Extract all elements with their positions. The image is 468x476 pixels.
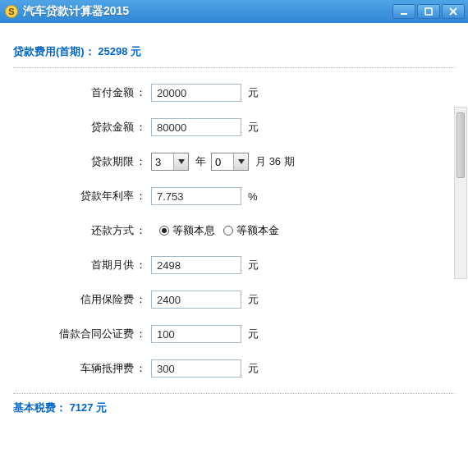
unit-down-payment: 元	[248, 85, 259, 100]
svg-rect-1	[425, 8, 432, 15]
close-button[interactable]	[442, 4, 465, 19]
tax-summary: 基本税费： 7127 元	[13, 400, 457, 415]
input-credit-ins[interactable]	[151, 291, 241, 309]
select-months[interactable]	[211, 153, 249, 171]
tax-unit: 元	[96, 401, 107, 414]
label-first-monthly: 首期月供：	[11, 258, 151, 272]
row-credit-ins: 信用保险费： 元	[11, 290, 457, 309]
row-loan-amount: 贷款金额： 元	[11, 117, 457, 137]
tax-label: 基本税费：	[13, 401, 67, 414]
label-credit-ins: 信用保险费：	[11, 292, 151, 307]
label-repay-method: 还款方式：	[11, 223, 151, 238]
label-mortgage-fee: 车辆抵押费：	[11, 361, 151, 376]
label-notary-fee: 借款合同公证费：	[11, 327, 151, 341]
row-loan-term: 贷款期限： 年 月 36 期	[11, 152, 457, 172]
input-years[interactable]	[152, 156, 173, 168]
input-annual-rate[interactable]	[151, 187, 241, 205]
unit-notary-fee: 元	[248, 327, 259, 341]
content-area: 贷款费用(首期)： 25298 元 首付金额： 元 贷款金额： 元 贷款期限： …	[0, 23, 468, 415]
unit-years: 年	[195, 154, 206, 169]
input-down-payment[interactable]	[151, 84, 241, 102]
row-mortgage-fee: 车辆抵押费： 元	[11, 359, 457, 378]
divider	[13, 393, 455, 394]
unit-first-monthly: 元	[248, 258, 259, 272]
loan-fee-value: 25298	[98, 45, 127, 57]
unit-credit-ins: 元	[248, 292, 259, 307]
row-down-payment: 首付金额： 元	[11, 83, 457, 103]
minimize-button[interactable]	[392, 4, 415, 19]
radio-equal-installment[interactable]	[159, 226, 169, 236]
window-title: 汽车贷款计算器2015	[23, 4, 129, 19]
vertical-scrollbar[interactable]	[454, 107, 467, 279]
row-first-monthly: 首期月供： 元	[11, 255, 457, 275]
unit-annual-rate: %	[248, 190, 258, 203]
label-loan-amount: 贷款金额：	[11, 120, 151, 135]
scrollbar-thumb[interactable]	[457, 112, 465, 178]
unit-months: 月 36 期	[255, 154, 295, 169]
label-down-payment: 首付金额：	[11, 85, 151, 100]
svg-marker-5	[238, 159, 245, 164]
input-mortgage-fee[interactable]	[151, 359, 241, 378]
loan-fee-label: 贷款费用(首期)：	[13, 45, 95, 57]
tax-value: 7127	[70, 401, 94, 414]
input-months[interactable]	[212, 156, 233, 168]
row-annual-rate: 贷款年利率： %	[11, 186, 457, 206]
row-notary-fee: 借款合同公证费： 元	[11, 324, 457, 344]
maximize-button[interactable]	[417, 4, 440, 19]
app-icon: S	[5, 5, 18, 18]
input-first-monthly[interactable]	[151, 256, 241, 274]
label-annual-rate: 贷款年利率：	[11, 189, 151, 204]
chevron-down-icon[interactable]	[173, 153, 188, 170]
svg-marker-4	[178, 159, 185, 164]
unit-loan-amount: 元	[248, 120, 259, 135]
select-years[interactable]	[151, 153, 189, 171]
label-loan-term: 贷款期限：	[11, 154, 151, 169]
window-titlebar: S 汽车贷款计算器2015	[0, 0, 468, 23]
loan-fee-unit: 元	[131, 45, 141, 57]
row-repay-method: 还款方式： 等额本息 等额本金	[11, 221, 457, 240]
loan-fee-summary: 贷款费用(首期)： 25298 元	[13, 44, 457, 59]
radio-equal-principal[interactable]	[223, 226, 233, 236]
unit-mortgage-fee: 元	[248, 361, 259, 376]
input-loan-amount[interactable]	[151, 118, 241, 136]
chevron-down-icon[interactable]	[233, 153, 248, 170]
divider	[13, 67, 455, 68]
radio-label-equal-installment: 等额本息	[172, 223, 215, 238]
input-notary-fee[interactable]	[151, 325, 241, 343]
radio-label-equal-principal: 等额本金	[236, 223, 279, 238]
